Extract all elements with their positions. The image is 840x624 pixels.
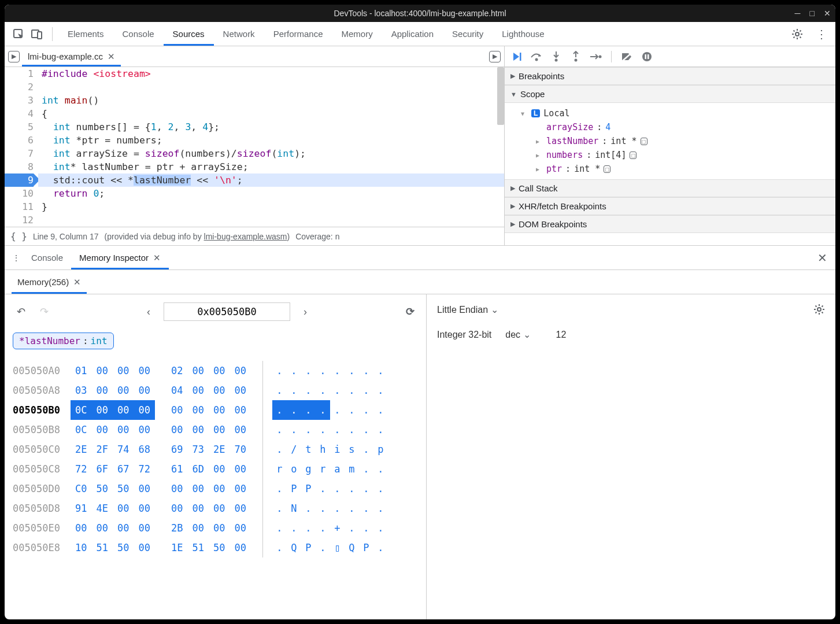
- ascii-char[interactable]: .: [359, 440, 373, 459]
- hex-byte[interactable]: 4E: [91, 499, 112, 518]
- ascii-char[interactable]: o: [287, 459, 301, 479]
- wasm-link[interactable]: lmi-bug-example.wasm: [204, 232, 287, 241]
- close-tab-icon[interactable]: ✕: [73, 277, 81, 287]
- ascii-char[interactable]: .: [287, 400, 301, 420]
- hex-byte[interactable]: 00: [209, 499, 230, 518]
- ascii-char[interactable]: .: [316, 420, 330, 440]
- hex-byte[interactable]: 00: [113, 518, 134, 538]
- snippets-icon[interactable]: ▶: [489, 51, 501, 62]
- ascii-char[interactable]: r: [316, 459, 330, 479]
- hex-byte[interactable]: 50: [91, 479, 112, 499]
- ascii-char[interactable]: .: [272, 518, 287, 538]
- tab-security[interactable]: Security: [443, 22, 493, 46]
- hex-byte[interactable]: 10: [71, 538, 91, 557]
- hex-byte[interactable]: 00: [230, 420, 250, 440]
- breakpoints-header[interactable]: ▶ Breakpoints: [505, 67, 835, 85]
- undo-icon[interactable]: ↶: [13, 305, 29, 318]
- hex-byte[interactable]: 00: [187, 518, 208, 538]
- hex-byte[interactable]: 00: [230, 381, 250, 400]
- code-editor[interactable]: 123 456 78 9 101112 #include <iostream> …: [5, 67, 504, 227]
- hex-byte[interactable]: 00: [230, 499, 250, 518]
- hex-byte[interactable]: 00: [134, 479, 154, 499]
- hex-byte[interactable]: 70: [230, 440, 250, 459]
- close-tab-icon[interactable]: ✕: [108, 51, 115, 62]
- hex-byte[interactable]: 51: [187, 538, 208, 557]
- hex-byte[interactable]: 74: [113, 440, 134, 459]
- ascii-char[interactable]: .: [272, 361, 287, 381]
- hex-byte[interactable]: 00: [134, 361, 154, 381]
- hex-byte[interactable]: 00: [91, 518, 112, 538]
- more-icon[interactable]: ⋮: [812, 25, 831, 43]
- hex-byte[interactable]: 00: [209, 381, 230, 400]
- ascii-char[interactable]: .: [345, 518, 359, 538]
- ascii-char[interactable]: +: [330, 518, 345, 538]
- tab-memory[interactable]: Memory: [332, 22, 382, 46]
- memory-reveal-icon[interactable]: ⬚: [630, 152, 637, 159]
- memory-tab[interactable]: Memory(256) ✕: [12, 270, 87, 294]
- ascii-char[interactable]: .: [345, 361, 359, 381]
- redo-icon[interactable]: ↷: [36, 305, 52, 318]
- ascii-char[interactable]: .: [301, 499, 316, 518]
- ascii-char[interactable]: .: [330, 381, 345, 400]
- hex-byte[interactable]: 00: [187, 420, 208, 440]
- ascii-char[interactable]: .: [272, 499, 287, 518]
- ascii-char[interactable]: .: [287, 420, 301, 440]
- tab-sources[interactable]: Sources: [164, 22, 214, 46]
- endian-select[interactable]: Little Endian ⌄: [437, 304, 498, 315]
- hex-byte[interactable]: 00: [209, 518, 230, 538]
- hex-byte[interactable]: 69: [166, 440, 187, 459]
- ascii-char[interactable]: .: [272, 400, 287, 420]
- hex-byte[interactable]: 00: [91, 381, 112, 400]
- hex-byte[interactable]: 00: [209, 361, 230, 381]
- inspect-icon[interactable]: [9, 25, 28, 43]
- hex-byte[interactable]: 00: [166, 479, 187, 499]
- hex-byte[interactable]: 00: [91, 420, 112, 440]
- hex-byte[interactable]: 00: [230, 361, 250, 381]
- ascii-char[interactable]: .: [345, 381, 359, 400]
- radix-select[interactable]: dec ⌄: [505, 329, 530, 340]
- hex-byte[interactable]: 00: [91, 400, 112, 420]
- hex-byte[interactable]: 0C: [71, 420, 91, 440]
- hex-byte[interactable]: 00: [134, 400, 154, 420]
- ascii-char[interactable]: .: [330, 479, 345, 499]
- hex-byte[interactable]: 00: [134, 499, 154, 518]
- hex-byte[interactable]: 00: [166, 499, 187, 518]
- resume-icon[interactable]: [510, 50, 523, 63]
- ascii-char[interactable]: .: [272, 381, 287, 400]
- ascii-char[interactable]: .: [373, 499, 388, 518]
- ascii-char[interactable]: .: [373, 459, 388, 479]
- hex-byte[interactable]: 2F: [91, 440, 112, 459]
- hex-byte[interactable]: 00: [166, 400, 187, 420]
- scope-var-numbers[interactable]: ▶ numbers: int[4] ⬚: [516, 148, 835, 162]
- maximize-icon[interactable]: □: [810, 9, 815, 18]
- ascii-char[interactable]: .: [316, 499, 330, 518]
- ascii-char[interactable]: h: [316, 440, 330, 459]
- hex-grid[interactable]: 005050A00100000002000000........005050A8…: [13, 361, 418, 557]
- ascii-char[interactable]: .: [345, 400, 359, 420]
- ascii-char[interactable]: a: [330, 459, 345, 479]
- ascii-char[interactable]: .: [373, 420, 388, 440]
- tab-application[interactable]: Application: [382, 22, 443, 46]
- navigator-icon[interactable]: ▶: [8, 51, 20, 62]
- ascii-char[interactable]: .: [272, 538, 287, 557]
- ascii-char[interactable]: .: [287, 518, 301, 538]
- close-drawer-icon[interactable]: ✕: [817, 251, 831, 265]
- scope-var-ptr[interactable]: ▶ ptr: int * ⬚: [516, 162, 835, 176]
- hex-byte[interactable]: 00: [209, 400, 230, 420]
- hex-byte[interactable]: 2E: [71, 440, 91, 459]
- ascii-char[interactable]: .: [287, 381, 301, 400]
- gear-icon[interactable]: [788, 25, 806, 43]
- ascii-char[interactable]: .: [373, 381, 388, 400]
- refresh-icon[interactable]: ⟳: [402, 305, 418, 318]
- deactivate-breakpoints-icon[interactable]: [621, 50, 634, 63]
- hex-byte[interactable]: 73: [187, 440, 208, 459]
- hex-byte[interactable]: 00: [134, 518, 154, 538]
- hex-byte[interactable]: 50: [209, 538, 230, 557]
- hex-byte[interactable]: 00: [71, 518, 91, 538]
- scope-header[interactable]: ▼ Scope: [505, 85, 835, 103]
- hex-byte[interactable]: 68: [134, 440, 154, 459]
- drawer-tab-console[interactable]: Console: [23, 246, 71, 269]
- tab-lighthouse[interactable]: Lighthouse: [493, 22, 553, 46]
- drawer-more-icon[interactable]: ⋮: [9, 253, 23, 263]
- gear-icon[interactable]: [813, 304, 825, 315]
